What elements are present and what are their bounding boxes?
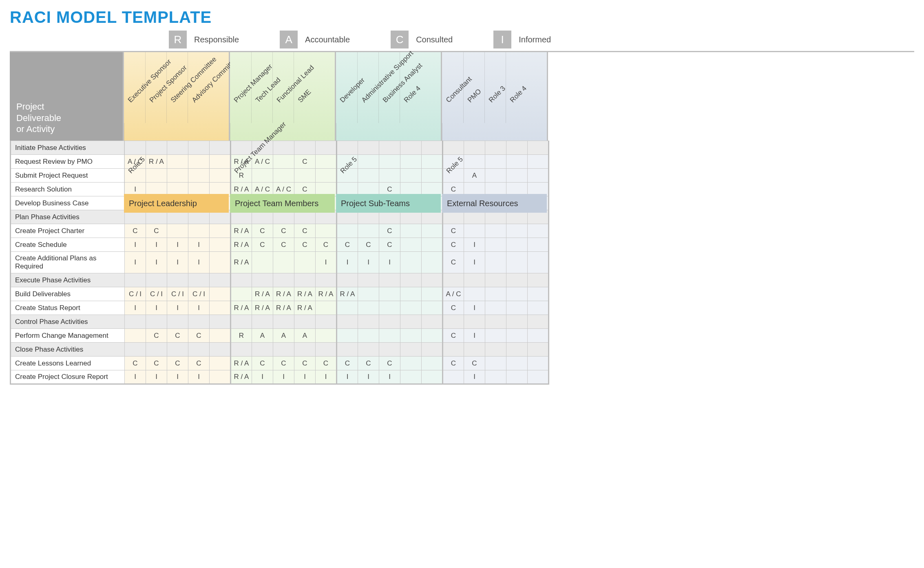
legend-label: Informed [519, 35, 551, 44]
section-row: Control Phase Activities [11, 315, 549, 329]
raci-cell: R / A [294, 287, 316, 301]
raci-cell [146, 169, 167, 183]
raci-cell [400, 357, 422, 370]
raci-cell: C [443, 329, 464, 343]
activity-row: Build DeliverablesC / IC / IC / IC / IR … [11, 287, 549, 301]
legend-item-i: I Informed [493, 31, 551, 48]
raci-cell: C / I [188, 287, 210, 301]
raci-cell [358, 273, 379, 287]
raci-cell [400, 252, 422, 273]
raci-cell [337, 301, 358, 315]
raci-cell: R / A [252, 287, 273, 301]
raci-cell [422, 169, 443, 183]
role-header: Developer [336, 52, 357, 123]
role-header: Project Manager [230, 52, 251, 123]
activity-row: Perform Change ManagementCCCRAAACI [11, 329, 549, 343]
raci-cell [210, 141, 231, 155]
raci-cell: C [273, 238, 294, 252]
raci-cell [528, 357, 549, 370]
raci-cell [464, 224, 485, 238]
raci-cell [485, 301, 506, 315]
raci-cell [337, 224, 358, 238]
raci-cell [210, 343, 231, 357]
role-header: Role 5 [336, 123, 357, 194]
raci-cell [528, 287, 549, 301]
raci-cell: C [443, 301, 464, 315]
raci-cell: R / A [231, 357, 252, 370]
row-label: Create Project Closure Report [11, 370, 125, 384]
raci-cell [210, 224, 231, 238]
raci-cell: C [252, 238, 273, 252]
group-header: DeveloperAdministrative SupportBusiness … [336, 52, 442, 141]
raci-cell [485, 224, 506, 238]
raci-cell: I [379, 370, 400, 384]
raci-cell: C [294, 155, 316, 169]
raci-cell [294, 273, 316, 287]
raci-cell [167, 343, 188, 357]
role-header: Administrative Support [357, 52, 378, 123]
role-header: PMO [463, 52, 484, 123]
raci-cell: C [358, 238, 379, 252]
raci-cell [464, 315, 485, 329]
activity-row: Create Additional Plans as RequiredIIIIR… [11, 252, 549, 273]
raci-cell: R / A [231, 252, 252, 273]
raci-cell: R / A [273, 301, 294, 315]
raci-cell [506, 224, 528, 238]
raci-cell [528, 252, 549, 273]
raci-cell [273, 141, 294, 155]
raci-cell [210, 273, 231, 287]
raci-cell [273, 343, 294, 357]
raci-cell: I [464, 252, 485, 273]
raci-cell: A / C [443, 287, 464, 301]
raci-cell [464, 287, 485, 301]
raci-cell [358, 169, 379, 183]
raci-cell [528, 315, 549, 329]
row-label: Research Solution [11, 183, 125, 196]
raci-cell [167, 273, 188, 287]
raci-cell [506, 155, 528, 169]
raci-cell [506, 357, 528, 370]
raci-cell [506, 252, 528, 273]
row-label: Request Review by PMO [11, 155, 125, 169]
raci-cell: I [379, 252, 400, 273]
raci-cell: I [167, 301, 188, 315]
raci-cell [273, 155, 294, 169]
role-header: Role 4 [506, 52, 527, 123]
raci-cell: C [167, 329, 188, 343]
raci-cell [188, 141, 210, 155]
raci-cell [125, 273, 146, 287]
raci-cell [485, 238, 506, 252]
activity-row: Create Status ReportIIIIR / AR / AR / AR… [11, 301, 549, 315]
raci-cell: C [188, 329, 210, 343]
raci-cell: I [188, 370, 210, 384]
row-label: Create Lessons Learned [11, 357, 125, 370]
raci-cell [337, 315, 358, 329]
raci-cell [379, 169, 400, 183]
raci-cell [485, 370, 506, 384]
corner-label: ProjectDeliverableor Activity [10, 52, 124, 141]
raci-cell [400, 155, 422, 169]
row-label: Create Project Charter [11, 224, 125, 238]
raci-cell [316, 329, 337, 343]
group-header: ConsultantPMORole 3Role 4Role 5External … [442, 52, 548, 141]
raci-cell [167, 224, 188, 238]
raci-cell: C [358, 357, 379, 370]
raci-cell [316, 169, 337, 183]
raci-cell: I [337, 252, 358, 273]
raci-cell: C [443, 357, 464, 370]
role-label: Role 5 [127, 155, 147, 175]
raci-cell [188, 315, 210, 329]
raci-cell: I [167, 370, 188, 384]
raci-cell [316, 301, 337, 315]
raci-cell [506, 343, 528, 357]
raci-cell [167, 155, 188, 169]
raci-cell: I [464, 238, 485, 252]
raci-cell [294, 343, 316, 357]
raci-cell: C [146, 224, 167, 238]
group-header: Project ManagerTech LeadFunctional LeadS… [230, 52, 336, 141]
raci-cell [379, 301, 400, 315]
raci-cell: I [316, 370, 337, 384]
raci-cell [252, 169, 273, 183]
raci-cell [379, 287, 400, 301]
raci-cell [316, 224, 337, 238]
